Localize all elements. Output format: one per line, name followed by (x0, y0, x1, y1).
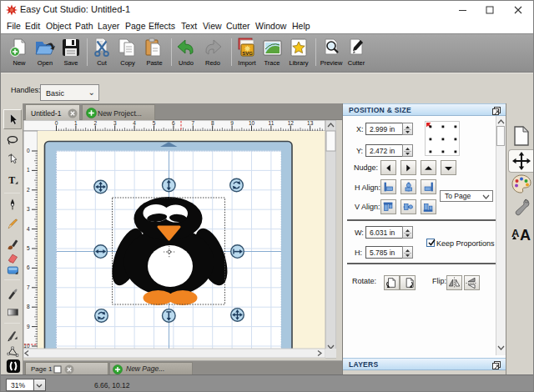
svg-text:11: 11 (269, 120, 275, 126)
svg-text:7: 7 (27, 284, 30, 290)
svg-text:A: A (520, 227, 531, 244)
svg-text:6: 6 (27, 264, 30, 270)
svg-text:4: 4 (27, 226, 30, 232)
svg-text:SVG: SVG (242, 51, 253, 56)
svg-text:1: 1 (27, 167, 30, 173)
svg-text:10: 10 (249, 120, 255, 126)
svg-text:2: 2 (93, 120, 97, 126)
svg-text:12: 12 (288, 120, 295, 126)
svg-text:6: 6 (172, 120, 175, 126)
svg-text:2: 2 (27, 187, 30, 193)
svg-text:5: 5 (153, 120, 156, 126)
svg-text:9: 9 (27, 324, 30, 329)
svg-text:8: 8 (211, 120, 214, 126)
svg-text:9: 9 (230, 120, 234, 126)
svg-text:0: 0 (55, 120, 58, 126)
svg-text:3: 3 (27, 206, 30, 212)
svg-text:3: 3 (113, 120, 117, 126)
svg-text:A: A (511, 227, 520, 239)
svg-text:8: 8 (27, 304, 30, 309)
svg-text:0: 0 (27, 148, 30, 153)
svg-text:10: 10 (23, 343, 30, 349)
svg-text:7: 7 (191, 120, 194, 126)
svg-text:T: T (8, 174, 15, 186)
svg-text:4: 4 (133, 120, 136, 126)
svg-text:1: 1 (74, 120, 78, 126)
svg-text:5: 5 (27, 245, 30, 251)
svg-text:13: 13 (307, 120, 314, 126)
